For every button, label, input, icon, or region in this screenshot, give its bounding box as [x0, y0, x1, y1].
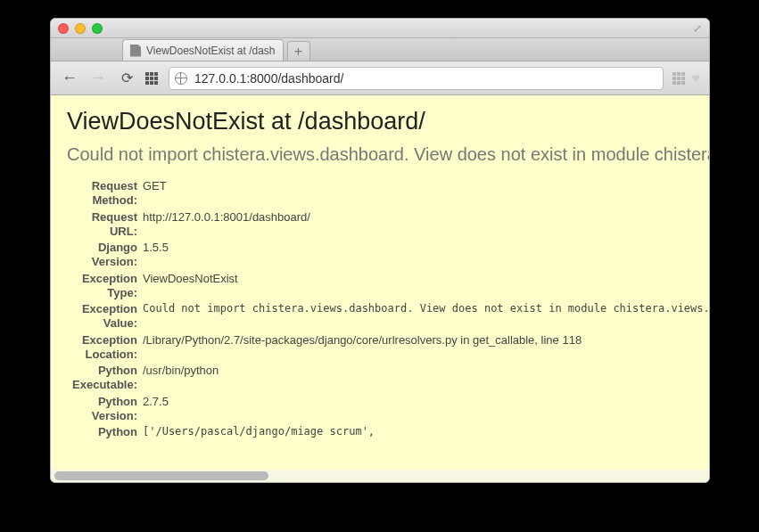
error-heading: ViewDoesNotExist at /dashboard/ — [67, 108, 709, 135]
meta-label: Python Version: — [67, 394, 143, 425]
meta-value: 2.7.5 — [143, 394, 709, 425]
browser-window: ⤢ ViewDoesNotExist at /dash + ← → ⟳ 127.… — [50, 18, 710, 483]
apps-grid-icon[interactable] — [145, 72, 160, 85]
meta-value: /Library/Python/2.7/site-packages/django… — [143, 332, 709, 364]
meta-value: 1.5.5 — [143, 240, 709, 271]
meta-value: ViewDoesNotExist — [143, 271, 709, 302]
table-row: Request URL: http://127.0.0.1:8001/dashb… — [67, 209, 709, 241]
django-error-page: ViewDoesNotExist at /dashboard/ Could no… — [51, 95, 709, 458]
browser-toolbar: ← → ⟳ 127.0.0.1:8000/dashboard/ ♥ — [51, 61, 709, 95]
meta-value: GET — [143, 178, 709, 209]
back-button[interactable]: ← — [60, 69, 79, 87]
forward-button[interactable]: → — [88, 69, 108, 87]
favorite-icon[interactable]: ♥ — [692, 70, 701, 86]
page-icon — [130, 45, 141, 57]
tab-title: ViewDoesNotExist at /dash — [146, 45, 276, 57]
table-row: Exception Value: Could not import chiste… — [67, 301, 709, 332]
traffic-lights — [58, 23, 103, 34]
reload-button[interactable]: ⟳ — [117, 70, 136, 86]
browser-tab[interactable]: ViewDoesNotExist at /dash — [122, 39, 284, 61]
meta-label: Request URL: — [67, 209, 143, 241]
table-row: Python ['/Users/pascal/django/miage scru… — [67, 424, 709, 440]
table-row: Django Version: 1.5.5 — [67, 240, 709, 271]
extensions-grid-icon[interactable] — [672, 72, 687, 85]
new-tab-button[interactable]: + — [287, 41, 310, 61]
table-row: Request Method: GET — [67, 178, 709, 209]
meta-value: http://127.0.0.1:8001/dashboard/ — [143, 209, 709, 241]
meta-label: Request Method: — [67, 178, 143, 209]
url-text: 127.0.0.1:8000/dashboard/ — [194, 71, 343, 86]
page-content-scroll[interactable]: ViewDoesNotExist at /dashboard/ Could no… — [51, 95, 709, 482]
meta-label: Django Version: — [67, 240, 143, 271]
table-row: Exception Location: /Library/Python/2.7/… — [67, 332, 709, 364]
toolbar-right-icons: ♥ — [672, 70, 701, 86]
scrollbar-thumb[interactable] — [54, 471, 268, 480]
table-row: Exception Type: ViewDoesNotExist — [67, 271, 709, 302]
meta-value: ['/Users/pascal/django/miage scrum', — [143, 424, 709, 440]
meta-label: Python — [67, 424, 143, 440]
zoom-window-button[interactable] — [92, 23, 103, 34]
meta-value: Could not import chistera.views.dashboar… — [143, 301, 709, 332]
window-titlebar: ⤢ — [51, 19, 709, 38]
horizontal-scrollbar[interactable] — [51, 470, 709, 482]
viewport: ViewDoesNotExist at /dashboard/ Could no… — [51, 95, 709, 482]
address-bar[interactable]: 127.0.0.1:8000/dashboard/ — [169, 67, 664, 90]
meta-table: Request Method: GET Request URL: http://… — [67, 178, 709, 440]
globe-icon — [175, 72, 187, 85]
table-row: Python Version: 2.7.5 — [67, 394, 709, 425]
meta-label: Exception Type: — [67, 271, 143, 302]
meta-label: Exception Location: — [67, 332, 143, 364]
table-row: Python Executable: /usr/bin/python — [67, 363, 709, 394]
meta-label: Python Executable: — [67, 363, 143, 394]
error-subtitle: Could not import chistera.views.dashboar… — [67, 143, 709, 166]
minimize-window-button[interactable] — [75, 23, 86, 34]
meta-value: /usr/bin/python — [143, 363, 709, 394]
meta-label: Exception Value: — [67, 301, 143, 332]
close-window-button[interactable] — [58, 23, 69, 34]
fullscreen-icon[interactable]: ⤢ — [693, 22, 702, 35]
tab-bar: ViewDoesNotExist at /dash + — [51, 38, 709, 61]
